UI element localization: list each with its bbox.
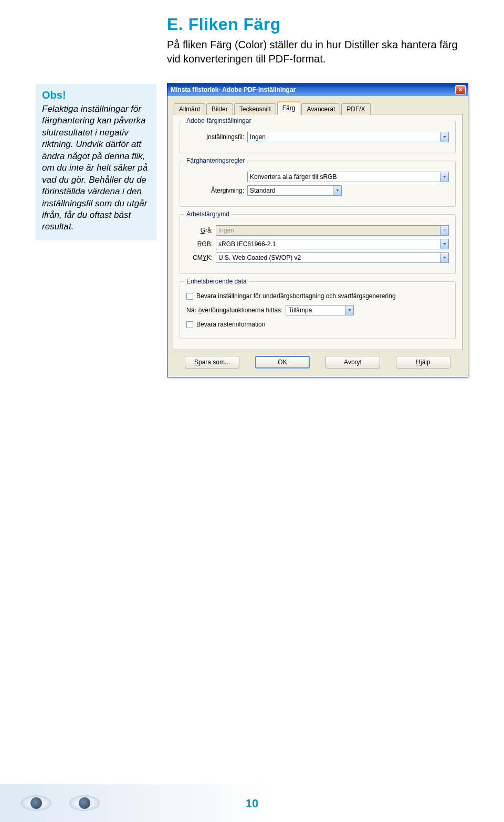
label-cmyk: CMYK:: [186, 254, 213, 261]
label-transfer: När överföringsfunktionerna hittas:: [186, 307, 282, 314]
window-title: Minsta filstorlek- Adobe PDF-inställning…: [171, 86, 455, 93]
label-gray: Grå:: [186, 227, 213, 234]
help-button[interactable]: Hjälp: [396, 356, 450, 368]
group-device-data: Enhetsberoende data Bevara inställningar…: [180, 281, 456, 339]
dropdown-cmyk[interactable]: U.S. Web Coated (SWOP) v2: [216, 252, 449, 263]
chevron-down-icon: [345, 305, 353, 315]
label-undercolor: Bevara inställningar för underfärgsbortt…: [196, 292, 396, 300]
page-heading: E. Fliken Färg: [167, 15, 281, 34]
dropdown-cmyk-value: U.S. Web Coated (SWOP) v2: [218, 254, 301, 261]
dialog-buttons: Spara som... OK Avbryt Hjälp: [173, 351, 463, 371]
group-title-device: Enhetsberoende data: [184, 278, 249, 285]
chevron-down-icon: [440, 253, 448, 262]
dropdown-gray-value: Ingen: [218, 227, 234, 234]
tab-teckensnitt[interactable]: Teckensnitt: [234, 103, 276, 115]
footer-image: [0, 784, 121, 822]
group-workspace: Arbetsfärgrymd Grå: Ingen RGB: sRGB IEC6…: [180, 214, 456, 274]
cancel-button[interactable]: Avbryt: [326, 356, 380, 368]
titlebar[interactable]: Minsta filstorlek- Adobe PDF-inställning…: [167, 83, 468, 96]
close-button[interactable]: ×: [455, 85, 466, 94]
group-title-rules: Färghanteringsregler: [184, 157, 247, 164]
tab-farg[interactable]: Färg: [277, 101, 301, 114]
pdf-settings-dialog: Minsta filstorlek- Adobe PDF-inställning…: [167, 83, 468, 377]
dropdown-settings-file-value: Ingen: [250, 133, 266, 141]
group-color-rules: Färghanteringsregler Konvertera alla fär…: [180, 161, 456, 207]
label-render: Återgivning:: [186, 187, 244, 194]
tab-strip: Allmänt Bilder Teckensnitt Färg Avancera…: [173, 101, 463, 114]
chevron-down-icon: [440, 226, 448, 235]
label-settings-file: Inställningsfil:: [186, 133, 244, 141]
tab-pdfx[interactable]: PDF/X: [341, 103, 370, 115]
group-adobe-color: Adobe-färginställningar Inställningsfil:…: [180, 121, 456, 153]
page-intro: På fliken Färg (Color) ställer du in hur…: [167, 38, 466, 66]
dropdown-render-value: Standard: [250, 187, 276, 194]
eye-icon: [69, 795, 100, 811]
chevron-down-icon: [440, 172, 448, 182]
label-raster: Bevara rasterinformation: [196, 321, 265, 328]
checkbox-undercolor[interactable]: [186, 293, 193, 300]
chevron-down-icon: [333, 186, 341, 195]
eye-icon: [21, 795, 51, 811]
tab-allmant[interactable]: Allmänt: [174, 103, 205, 115]
dropdown-settings-file[interactable]: Ingen: [247, 132, 449, 142]
page-number: 10: [246, 797, 258, 810]
note-box: Obs! Felaktiga inställningar för färghan…: [36, 84, 156, 240]
dropdown-render[interactable]: Standard: [247, 185, 342, 196]
tab-avancerat[interactable]: Avancerat: [301, 103, 340, 115]
label-rgb: RGB:: [186, 240, 213, 248]
checkbox-raster[interactable]: [186, 321, 193, 328]
note-text: Felaktiga inställningar för färghanterin…: [42, 103, 150, 233]
dropdown-convert-value: Konvertera alla färger till sRGB: [250, 173, 337, 181]
tab-bilder[interactable]: Bilder: [206, 103, 233, 115]
dropdown-rgb[interactable]: sRGB IEC61966-2.1: [216, 239, 449, 249]
tab-panel-farg: Adobe-färginställningar Inställningsfil:…: [173, 114, 463, 350]
group-title-adobe: Adobe-färginställningar: [184, 117, 253, 124]
dropdown-gray: Ingen: [216, 225, 449, 236]
group-title-workspace: Arbetsfärgrymd: [184, 210, 232, 218]
save-as-button[interactable]: Spara som...: [185, 356, 239, 368]
dropdown-rgb-value: sRGB IEC61966-2.1: [218, 240, 276, 248]
dropdown-convert[interactable]: Konvertera alla färger till sRGB: [247, 172, 449, 182]
chevron-down-icon: [440, 239, 448, 249]
ok-button[interactable]: OK: [255, 356, 310, 368]
dropdown-transfer[interactable]: Tillämpa: [286, 305, 354, 315]
note-title: Obs!: [42, 89, 150, 101]
dropdown-transfer-value: Tillämpa: [288, 307, 312, 314]
chevron-down-icon: [440, 132, 448, 142]
